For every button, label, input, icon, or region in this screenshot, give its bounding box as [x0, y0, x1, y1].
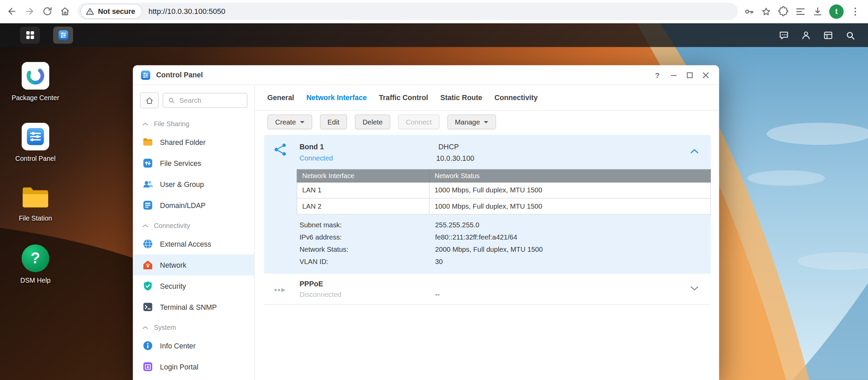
tab-connectivity[interactable]: Connectivity	[494, 93, 538, 110]
browser-home-button[interactable]	[56, 3, 73, 20]
passwords-key-icon[interactable]	[743, 6, 755, 17]
tab-traffic-control[interactable]: Traffic Control	[379, 93, 428, 110]
tab-general[interactable]: General	[267, 93, 294, 110]
collapse-chevron-up-icon[interactable]	[690, 149, 699, 154]
browser-back-button[interactable]	[3, 3, 20, 20]
table-header-row: Network Interface Network Status	[297, 170, 711, 182]
reading-list-icon[interactable]	[795, 6, 806, 17]
column-header: Network Interface	[297, 170, 430, 182]
url-text: http://10.0.30.100:5050	[148, 7, 225, 15]
desktop-icon-dsm-help[interactable]: ? DSM Help	[7, 245, 65, 285]
forward-icon	[24, 6, 35, 17]
section-header-file-sharing[interactable]: File Sharing	[133, 114, 254, 132]
window-close-button[interactable]	[698, 66, 713, 83]
browser-menu-kebab-icon[interactable]	[850, 6, 861, 17]
section-header-connectivity[interactable]: Connectivity	[133, 216, 254, 233]
sidebar-item-external-access[interactable]: External Access	[133, 233, 254, 254]
taskbar-control-panel-button[interactable]	[53, 26, 73, 44]
sidebar-item-label: User & Group	[160, 180, 204, 188]
notifications-chat-icon[interactable]	[778, 30, 790, 41]
search-icon	[168, 97, 175, 104]
interface-status: Connected	[300, 154, 333, 162]
sidebar-item-file-services[interactable]: File Services	[133, 153, 254, 174]
sidebar-item-shared-folder[interactable]: Shared Folder	[133, 132, 254, 153]
browser-forward-button[interactable]	[21, 3, 38, 20]
detail-value: 255.255.255.0	[435, 221, 479, 229]
bond-lan-table: Network Interface Network Status LAN 1 1…	[297, 169, 711, 215]
address-bar[interactable]: Not secure http://10.0.30.100:5050	[77, 3, 738, 20]
main-menu-button[interactable]	[20, 26, 40, 44]
window-titlebar[interactable]: Control Panel ?	[133, 65, 719, 85]
widgets-icon[interactable]	[822, 30, 834, 41]
refresh-icon	[42, 6, 52, 17]
detail-value: fe80::211:32ff:feef:a421/64	[435, 233, 517, 241]
app-grid-icon	[24, 29, 36, 41]
sidebar-item-domain-ldap[interactable]: Domain/LDAP	[133, 195, 254, 216]
control-panel-sidebar: File Sharing Shared Folder File Services	[133, 85, 255, 380]
detail-row: VLAN ID: 30	[264, 256, 711, 268]
expand-chevron-down-icon[interactable]	[690, 286, 699, 291]
bond1-panel[interactable]: Bond 1 Connected DHCP 10.0.30.100 Networ…	[264, 135, 711, 274]
lan-name: LAN 2	[297, 198, 430, 214]
sidebar-search-input[interactable]	[178, 96, 242, 105]
sidebar-item-label: File Services	[160, 159, 201, 167]
sidebar-top	[133, 85, 254, 113]
sidebar-item-label: Domain/LDAP	[160, 201, 205, 209]
window-maximize-button[interactable]	[682, 66, 698, 83]
sidebar-search[interactable]	[163, 93, 247, 108]
sidebar-item-security[interactable]: Security	[133, 276, 254, 297]
back-icon	[6, 6, 17, 17]
desktop-icon-package-center[interactable]: Package Center	[7, 62, 65, 102]
pppoe-row[interactable]: PPPoE Disconnected --	[264, 276, 711, 305]
sidebar-item-label: Terminal & SNMP	[160, 303, 217, 311]
lan-status: 1000 Mbps, Full duplex, MTU 1500	[429, 198, 710, 214]
section-header-system[interactable]: System	[133, 318, 254, 335]
section-label: Connectivity	[154, 222, 190, 230]
bond1-header[interactable]: Bond 1 Connected DHCP 10.0.30.100	[264, 141, 711, 169]
edit-button[interactable]: Edit	[320, 114, 347, 129]
tab-network-interface[interactable]: Network Interface	[306, 93, 367, 110]
desktop-icon-label: Package Center	[12, 93, 59, 102]
home-icon	[145, 96, 154, 105]
sidebar-item-login-portal[interactable]: Login Portal	[133, 356, 254, 377]
chevron-up-icon	[142, 224, 148, 227]
interface-name: Bond 1	[300, 143, 324, 151]
desktop-icon-file-station[interactable]: File Station	[7, 185, 65, 223]
user-group-icon	[142, 179, 153, 190]
home-icon	[59, 6, 70, 17]
sidebar-item-terminal-snmp[interactable]: Terminal & SNMP	[133, 297, 254, 318]
sidebar-home-button[interactable]	[140, 92, 159, 108]
tab-static-route[interactable]: Static Route	[440, 93, 483, 110]
control-panel-icon	[22, 123, 50, 151]
window-title: Control Panel	[156, 71, 203, 79]
user-account-icon[interactable]	[800, 30, 812, 41]
extensions-icon[interactable]	[778, 6, 789, 17]
delete-button[interactable]: Delete	[355, 114, 391, 129]
window-help-button[interactable]: ?	[649, 66, 665, 83]
screen: Not secure http://10.0.30.100:5050 t	[0, 0, 868, 380]
sidebar-item-user-group[interactable]: User & Group	[133, 174, 254, 195]
sidebar-item-network[interactable]: Network	[133, 254, 254, 276]
create-button[interactable]: Create	[267, 114, 312, 129]
browser-toolbar: Not secure http://10.0.30.100:5050 t	[0, 0, 868, 23]
browser-profile-avatar[interactable]: t	[829, 4, 844, 18]
login-portal-icon	[142, 361, 153, 372]
sidebar-item-info-center[interactable]: Info Center	[133, 335, 254, 356]
search-icon[interactable]	[845, 30, 856, 41]
window-minimize-button[interactable]	[665, 66, 681, 83]
bookmark-star-icon[interactable]	[761, 6, 772, 17]
sidebar-item-label: Security	[160, 282, 186, 290]
sidebar-item-label: Login Portal	[160, 363, 198, 371]
desktop-icon-control-panel[interactable]: Control Panel	[7, 123, 65, 163]
security-chip-label: Not secure	[98, 7, 135, 15]
connect-button[interactable]: Connect	[398, 114, 439, 129]
dsm-help-icon: ?	[22, 245, 50, 272]
security-shield-icon	[142, 280, 153, 291]
security-chip[interactable]: Not secure	[80, 4, 142, 19]
help-glyph: ?	[31, 249, 40, 267]
browser-refresh-button[interactable]	[39, 3, 55, 20]
manage-button[interactable]: Manage	[447, 114, 496, 129]
lan-name: LAN 1	[297, 182, 430, 198]
chevron-up-icon	[142, 325, 148, 329]
downloads-icon[interactable]	[812, 6, 823, 17]
